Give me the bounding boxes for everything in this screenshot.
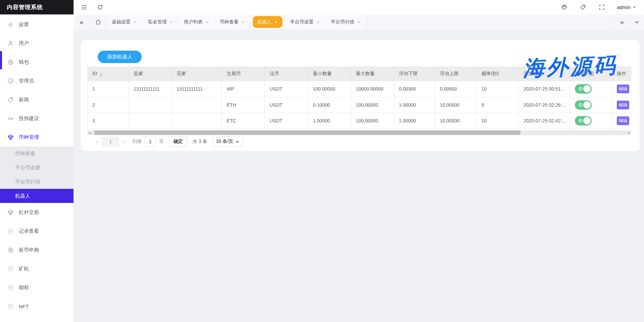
cell-float-lower: 1.00000 [394,97,435,113]
page-unit-label: 页 [159,139,164,145]
tag-icon[interactable] [579,4,587,11]
toggle-label: 是 [578,102,583,108]
tab-platform-coin-market[interactable]: 平台币行情 × [325,14,366,30]
next-page-icon[interactable]: › [121,138,127,145]
cell-frequency: 10 [477,113,519,128]
cell-seller [129,113,172,128]
cell-fiat: USDT [265,113,308,128]
cell-fiat: USDT [265,81,308,97]
tabs-scroll-right-icon[interactable]: » [614,14,629,30]
scrollbar-thumb[interactable] [94,130,520,135]
prev-page-icon[interactable]: ‹ [94,138,100,145]
tab-bar: « 基础设置 × 实名管理 × 用户列表 × 币种查看 × [74,14,644,30]
horizontal-scrollbar[interactable]: ◂ ▸ [87,130,631,135]
diamond-icon [7,134,14,141]
shield-check-icon [7,78,14,84]
current-page[interactable]: 1 [102,137,119,147]
close-icon[interactable]: × [358,20,360,24]
col-header-float-lower: 浮动下限 [394,66,435,81]
sidebar-item-new-coin-subscribe[interactable]: 新币申购 [0,240,74,259]
add-robot-button[interactable]: 添加机器人 [98,51,142,63]
edit-button[interactable]: 编辑 [617,101,629,109]
sidebar-scrollbar[interactable] [0,51,2,69]
close-icon[interactable]: × [170,20,173,24]
close-icon[interactable]: × [275,20,278,24]
edit-button[interactable]: 编辑 [617,85,629,93]
pagination: ‹ 1 › 到第 页 确定 共 3 条 10 条/页 [94,137,243,147]
sidebar-item-margin-trading[interactable]: 杠杆交易 [0,203,74,222]
col-header-min-amount: 最小数量 [308,66,351,81]
enabled-toggle[interactable]: 是 [575,116,592,125]
sidebar-item-records[interactable]: 记录查看 [0,222,74,240]
scroll-left-icon[interactable]: ◂ [87,130,92,135]
total-count: 共 3 条 [192,139,207,145]
sidebar-item-settings[interactable]: 设置 [0,15,74,34]
close-icon[interactable]: × [317,20,320,24]
cell-add-time: 2020-07-25 02:42:... [519,113,570,128]
cell-float-lower: 1.00000 [394,113,435,128]
sidebar-item-label: NFT [19,304,29,309]
sidebar-item-label: 投拆建议 [19,115,39,122]
goto-page-input[interactable] [144,137,156,147]
enabled-toggle[interactable]: 是 [575,100,592,110]
sidebar-item-label: 矿机 [19,266,29,272]
tabs-scroll-left-icon[interactable]: « [74,14,90,30]
sidebar-menu: 设置 用户 钱包 [0,14,74,316]
sidebar-item-nft[interactable]: NFT [0,297,74,316]
fullscreen-icon[interactable] [598,4,605,11]
sidebar-item-options[interactable]: 期权 [0,278,74,297]
confirm-button[interactable]: 确定 [169,137,187,147]
sidebar-item-news[interactable]: 新闻 [0,90,74,109]
sidebar-item-wallet[interactable]: 钱包 [0,53,74,71]
close-icon[interactable]: × [206,20,209,24]
edit-button[interactable]: 编辑 [617,116,629,125]
home-icon[interactable] [90,14,106,30]
cell-float-upper: 10.00000 [435,97,477,113]
tab-coin-view[interactable]: 币种查看 × [215,14,250,30]
cell-buyer [172,97,222,113]
tab-label: 币种查看 [220,19,239,25]
submenu-item-platform-coin-market[interactable]: 平台币行情 [0,175,74,189]
tab-platform-coin-settings[interactable]: 平台币设置 × [285,14,325,30]
sidebar-item-coin-management[interactable]: 币种管理 [0,128,74,147]
sidebar-item-feedback[interactable]: 投拆建议 [0,109,74,128]
cell-min: 0.10000 [308,97,351,113]
sidebar-item-users[interactable]: 用户 [0,34,74,53]
robot-panel: 添加机器人 ID 卖家 买家 交易币 [81,40,640,151]
close-icon[interactable]: × [134,20,137,24]
sidebar-item-label: 记录查看 [19,228,39,234]
goto-label: 到第 [132,139,142,145]
tab-realname-management[interactable]: 实名管理 × [142,14,178,30]
scroll-right-icon[interactable]: ▸ [627,130,631,135]
tabs-menu-chevron-icon[interactable] [629,14,644,30]
admin-app: admin ▼ « 基础设置 × 实名管理 × 用户列表 [0,0,644,322]
cell-enabled: 是 [570,113,612,128]
toggle-knob [583,117,591,124]
tab-label: 机器人 [258,19,272,25]
sort-icon[interactable] [100,73,102,77]
submenu-item-robot-active[interactable]: 机器人 [0,189,74,203]
tab-robot-active[interactable]: 机器人 × [253,16,282,28]
close-icon[interactable]: × [242,20,245,24]
menu-fold-icon[interactable] [80,4,88,11]
sidebar-item-label: 钱包 [19,59,29,65]
tab-basic-settings[interactable]: 基础设置 × [106,14,142,30]
submenu-item-coin-view[interactable]: 币种查看 [0,147,74,161]
toggle-label: 是 [578,86,583,92]
tab-user-list[interactable]: 用户列表 × [178,14,214,30]
history-icon [7,284,14,291]
history-icon [7,303,14,310]
cell-trade-coin: ETH [222,97,265,113]
sidebar-item-admins[interactable]: 管理员 [0,71,74,90]
history-icon [7,266,14,272]
palette-icon[interactable] [560,4,568,11]
submenu-item-platform-coin-settings[interactable]: 平台币设置 [0,161,74,175]
sidebar-item-mining-machine[interactable]: 矿机 [0,259,74,278]
cell-min: 1.00000 [308,113,351,128]
enabled-toggle[interactable]: 是 [575,84,592,94]
main-content: « 基础设置 × 实名管理 × 用户列表 × 币种查看 × [74,14,644,322]
history-icon [7,228,14,234]
refresh-icon[interactable] [96,4,104,11]
user-menu[interactable]: admin ▼ [617,4,636,10]
page-size-select[interactable]: 10 条/页 [213,137,243,147]
